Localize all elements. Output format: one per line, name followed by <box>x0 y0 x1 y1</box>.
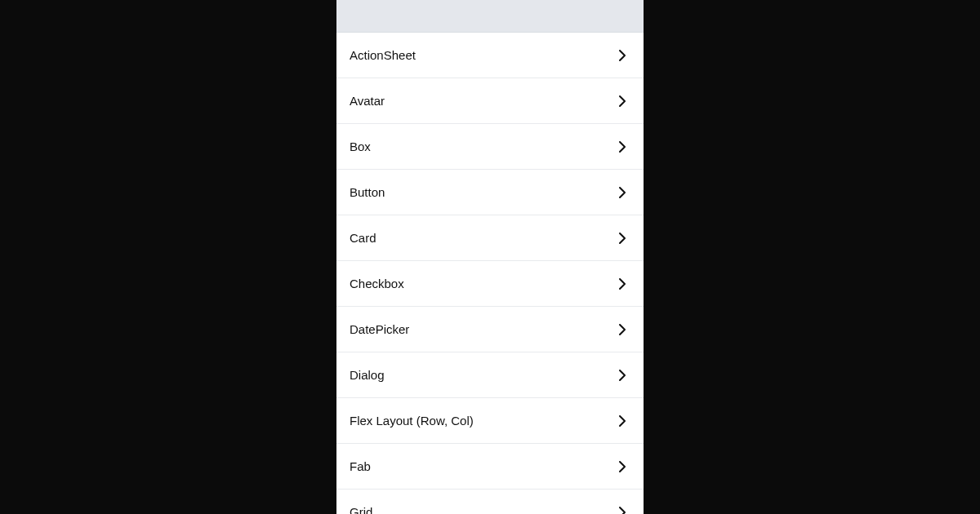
list-item-button[interactable]: Button <box>336 170 644 215</box>
list-item-card[interactable]: Card <box>336 215 644 261</box>
chevron-right-icon <box>614 276 630 292</box>
chevron-right-icon <box>614 184 630 201</box>
list-item-datepicker[interactable]: DatePicker <box>336 307 644 352</box>
list-item-label: DatePicker <box>350 322 409 336</box>
list-item-label: Flex Layout (Row, Col) <box>350 414 474 428</box>
list-item-actionsheet[interactable]: ActionSheet <box>336 33 644 78</box>
list-item-label: Box <box>350 140 371 153</box>
list-item-label: Button <box>350 185 385 199</box>
list-item-label: Avatar <box>350 94 385 108</box>
chevron-right-icon <box>614 230 630 246</box>
list-item-dialog[interactable]: Dialog <box>336 352 644 398</box>
header-bar <box>336 0 644 33</box>
chevron-right-icon <box>614 413 630 429</box>
chevron-right-icon <box>614 367 630 383</box>
list-item-checkbox[interactable]: Checkbox <box>336 261 644 307</box>
list-item-label: Checkbox <box>350 277 404 290</box>
chevron-right-icon <box>614 47 630 64</box>
list-item-label: Fab <box>350 459 371 473</box>
chevron-right-icon <box>614 459 630 475</box>
list-item-label: ActionSheet <box>350 48 416 62</box>
list-item-grid[interactable]: Grid <box>336 490 644 514</box>
list-item-label: Grid <box>350 505 372 514</box>
chevron-right-icon <box>614 504 630 515</box>
chevron-right-icon <box>614 321 630 338</box>
chevron-right-icon <box>614 139 630 155</box>
list-item-label: Card <box>350 231 376 245</box>
app-viewport: ActionSheetAvatarBoxButtonCardCheckboxDa… <box>336 0 644 514</box>
list-item-avatar[interactable]: Avatar <box>336 78 644 124</box>
list-item-box[interactable]: Box <box>336 124 644 170</box>
chevron-right-icon <box>614 93 630 109</box>
list-item-fab[interactable]: Fab <box>336 444 644 490</box>
component-list: ActionSheetAvatarBoxButtonCardCheckboxDa… <box>336 33 644 514</box>
list-item-label: Dialog <box>350 368 385 382</box>
list-item-flex-layout[interactable]: Flex Layout (Row, Col) <box>336 398 644 444</box>
